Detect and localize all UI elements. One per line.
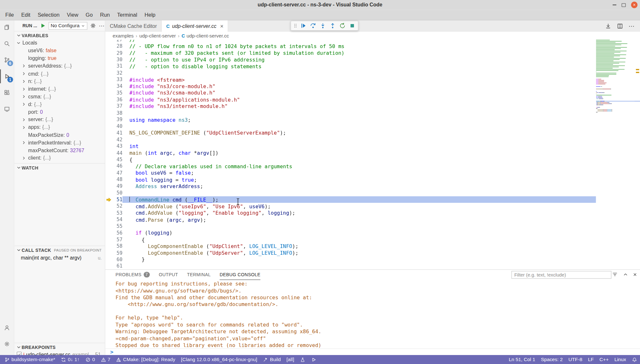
callstack-section-header[interactable]: CALL STACK PAUSED ON BREAKPOINT <box>14 246 105 254</box>
gutter-glyph[interactable] <box>105 63 112 70</box>
debug-console-input[interactable]: > <box>105 349 640 355</box>
breadcrumb-udp-client-server[interactable]: udp-client-server <box>139 33 176 39</box>
code-line-27[interactable]: 27// <box>105 40 640 43</box>
gutter-glyph[interactable] <box>105 43 112 50</box>
gutter-glyph[interactable] <box>105 110 112 116</box>
gutter-glyph[interactable] <box>105 190 112 196</box>
gutter-glyph[interactable] <box>105 70 112 76</box>
code-line-46[interactable]: 46 // Declare variables used in command-… <box>105 163 640 170</box>
code-line-54[interactable]: 54 cmd.Parse (argc, argv); <box>105 216 640 223</box>
close-window-button[interactable]: × <box>631 2 637 8</box>
breakpoints-section-header[interactable]: BREAKPOINTS <box>14 343 105 351</box>
code-editor[interactable]: 27//28// - UDP flow from n0 to n1 of 102… <box>105 40 640 269</box>
gutter-glyph[interactable] <box>105 150 112 156</box>
status-errors[interactable]: 0 <box>82 355 98 364</box>
code-line-42[interactable]: 42 <box>105 136 640 143</box>
menu-view[interactable]: View <box>63 10 82 20</box>
activity-settings[interactable] <box>0 337 14 351</box>
gutter-glyph[interactable] <box>105 123 112 130</box>
breadcrumb-udp-client-server-cc[interactable]: Cudp-client-server.cc <box>181 33 229 39</box>
debug-step-out-button[interactable] <box>328 21 337 29</box>
code-line-57[interactable]: 57 { <box>105 236 640 243</box>
variable-usev6[interactable]: useV6: false <box>14 47 105 54</box>
split-editor-button[interactable] <box>617 23 623 29</box>
gutter-glyph[interactable] <box>105 136 112 143</box>
status-git-branch[interactable]: buildsystem-cmake* <box>2 355 58 364</box>
status-launch-button[interactable] <box>308 355 319 364</box>
variable-serveraddress[interactable]: serverAddress: {...} <box>14 62 105 70</box>
debug-config-dropdown[interactable]: No Configura <box>49 22 88 29</box>
variable-apps[interactable]: apps: {...} <box>14 124 105 131</box>
gutter-glyph[interactable] <box>105 96 112 103</box>
code-line-40[interactable]: 40 <box>105 123 640 130</box>
gutter-glyph[interactable] <box>105 256 112 263</box>
start-debug-icon[interactable] <box>40 22 46 29</box>
status-warnings[interactable]: 7 <box>98 355 113 364</box>
filter-options-icon[interactable] <box>612 271 618 277</box>
variable-logging[interactable]: logging: true <box>14 54 105 62</box>
code-line-50[interactable]: 50 <box>105 190 640 196</box>
minimize-button[interactable] <box>612 2 616 8</box>
maximize-panel-icon[interactable] <box>623 271 629 277</box>
code-line-58[interactable]: 58 LogComponentEnable ("UdpClient", LOG_… <box>105 243 640 250</box>
code-line-60[interactable]: 60 } <box>105 256 640 263</box>
menu-terminal[interactable]: Terminal <box>114 10 141 20</box>
menu-edit[interactable]: Edit <box>18 10 34 20</box>
activity-search[interactable] <box>0 37 14 51</box>
code-line-47[interactable]: 47 bool useV6 = false; <box>105 170 640 176</box>
variable-cmd[interactable]: cmd: {...} <box>14 70 105 78</box>
gutter-glyph[interactable] <box>105 176 112 183</box>
gutter-glyph[interactable] <box>105 183 112 190</box>
panel-tab-terminal[interactable]: TERMINAL <box>187 270 211 280</box>
menu-file[interactable]: File <box>2 10 18 20</box>
code-line-56[interactable]: 56 if (logging) <box>105 229 640 236</box>
code-line-52[interactable]: 52 cmd.AddValue ("useIpv6", "Use Ipv6", … <box>105 203 640 210</box>
editor-download-button[interactable] <box>605 23 611 29</box>
gutter-glyph[interactable] <box>105 56 112 63</box>
activity-account[interactable] <box>0 321 14 335</box>
code-line-59[interactable]: 59 LogComponentEnable ("UdpServer", LOG_… <box>105 250 640 256</box>
code-line-35[interactable]: 35#include "ns3/csma-module.h" <box>105 90 640 96</box>
code-line-31[interactable]: 31// - option to disable logging stateme… <box>105 63 640 70</box>
code-line-49[interactable]: 49 Address serverAddress; <box>105 183 640 190</box>
gutter-glyph[interactable] <box>105 90 112 96</box>
tab-udp-client-server-cc[interactable]: Cudp-client-server.cc× <box>162 21 229 32</box>
status-kit-selector[interactable]: [Clang 12.0.0 x86_64-pc-linux-gnu] <box>178 355 260 364</box>
debug-stop-button[interactable] <box>348 21 357 29</box>
code-line-51[interactable]: 51 CommandLine cmd (__FILE__); <box>105 196 640 203</box>
gutter-glyph[interactable] <box>105 203 112 210</box>
code-line-43[interactable]: 43int <box>105 143 640 150</box>
menu-go[interactable]: Go <box>82 10 97 20</box>
status-os-indicator[interactable]: Linux <box>611 355 629 364</box>
activity-run-and-debug[interactable]: 1 <box>0 70 14 83</box>
close-panel-icon[interactable]: × <box>633 271 637 277</box>
menu-help[interactable]: Help <box>141 10 159 20</box>
gutter-glyph[interactable] <box>105 129 112 136</box>
gutter-glyph[interactable] <box>105 223 112 230</box>
status-encoding[interactable]: UTF-8 <box>566 355 585 364</box>
variable-port[interactable]: port: 0 <box>14 108 105 116</box>
code-line-37[interactable]: 37#include "ns3/internet-module.h" <box>105 103 640 110</box>
variable-interpacketinterval[interactable]: interPacketInterval: {...} <box>14 139 105 146</box>
code-line-39[interactable]: 39using namespace ns3; <box>105 116 640 123</box>
gutter-glyph[interactable] <box>105 250 112 256</box>
variable-server[interactable]: server: {...} <box>14 116 105 124</box>
code-line-32[interactable]: 32 <box>105 70 640 76</box>
gutter-glyph[interactable] <box>105 76 112 83</box>
variable-client[interactable]: client: {...} <box>14 154 105 162</box>
console-filter-input[interactable] <box>511 271 611 279</box>
code-line-61[interactable]: 61 <box>105 263 640 269</box>
gutter-glyph[interactable] <box>105 243 112 250</box>
code-line-38[interactable]: 38 <box>105 110 640 116</box>
debug-step-over-button[interactable] <box>308 21 317 29</box>
code-line-36[interactable]: 36#include "ns3/applications-module.h" <box>105 96 640 103</box>
status-notifications[interactable] <box>629 355 640 364</box>
gutter-glyph[interactable] <box>105 210 112 216</box>
editor-more-actions-icon[interactable]: ⋯ <box>628 22 635 30</box>
gutter-glyph[interactable] <box>105 229 112 236</box>
breadcrumb-examples[interactable]: examples <box>113 33 133 39</box>
code-line-33[interactable]: 33#include <fstream> <box>105 76 640 83</box>
status-cmake-status[interactable]: CMake: [Debug]: Ready <box>113 355 178 364</box>
breakpoint-checkbox[interactable] <box>17 352 21 355</box>
gutter-glyph[interactable] <box>105 103 112 110</box>
